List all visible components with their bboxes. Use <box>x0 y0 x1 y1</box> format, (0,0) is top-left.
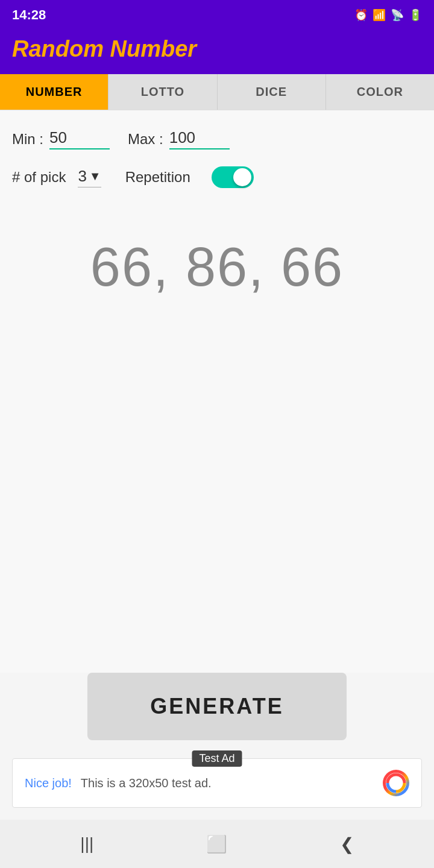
result-numbers: 66, 86, 66 <box>12 236 422 298</box>
result-display: 66, 86, 66 <box>12 218 422 316</box>
max-label: Max : <box>128 131 163 148</box>
tab-color[interactable]: COLOR <box>326 74 434 110</box>
max-group: Max : <box>128 128 230 149</box>
back-nav-button[interactable]: ❮ <box>340 834 354 854</box>
battery-icon: 🔋 <box>409 8 422 22</box>
ad-description: This is a 320x50 test ad. <box>81 776 374 790</box>
alarm-icon: ⏰ <box>354 8 368 22</box>
main-content: Min : Max : # of pick 3 ▼ Repetition 66,… <box>0 110 434 673</box>
repetition-toggle[interactable] <box>212 166 254 188</box>
max-input[interactable] <box>169 128 230 149</box>
toggle-thumb <box>233 168 251 186</box>
ad-banner: Test Ad Nice job! This is a 320x50 test … <box>12 758 422 808</box>
pick-row: # of pick 3 ▼ Repetition <box>12 166 422 188</box>
tab-lotto[interactable]: LOTTO <box>108 74 217 110</box>
ad-link[interactable]: Nice job! <box>25 776 72 790</box>
chevron-down-icon: ▼ <box>89 169 101 183</box>
ad-icon <box>383 770 409 796</box>
min-group: Min : <box>12 128 110 149</box>
min-label: Min : <box>12 131 43 148</box>
status-bar: 14:28 ⏰ 📶 📡 🔋 <box>0 0 434 30</box>
pick-value: 3 <box>78 167 86 186</box>
signal-icon: 📡 <box>391 8 404 22</box>
ad-test-label: Test Ad <box>192 750 242 767</box>
status-icons: ⏰ 📶 📡 🔋 <box>354 8 422 22</box>
app-title: Random Number <box>12 36 422 62</box>
tab-number[interactable]: NUMBER <box>0 74 108 110</box>
tab-dice[interactable]: DICE <box>218 74 326 110</box>
toggle-track <box>212 166 254 188</box>
home-nav-button[interactable]: ⬜ <box>206 834 227 854</box>
bottom-nav: ||| ⬜ ❮ <box>0 820 434 868</box>
generate-button[interactable]: GENERATE <box>87 673 347 740</box>
min-input[interactable] <box>49 128 110 149</box>
range-row: Min : Max : <box>12 128 422 149</box>
pick-label: # of pick <box>12 169 66 186</box>
repetition-label: Repetition <box>125 169 190 186</box>
wifi-icon: 📶 <box>373 8 386 22</box>
menu-nav-button[interactable]: ||| <box>80 834 93 854</box>
tab-bar: NUMBER LOTTO DICE COLOR <box>0 74 434 110</box>
status-time: 14:28 <box>12 7 46 23</box>
app-header: Random Number <box>0 30 434 74</box>
pick-select-wrapper[interactable]: 3 ▼ <box>78 167 101 187</box>
